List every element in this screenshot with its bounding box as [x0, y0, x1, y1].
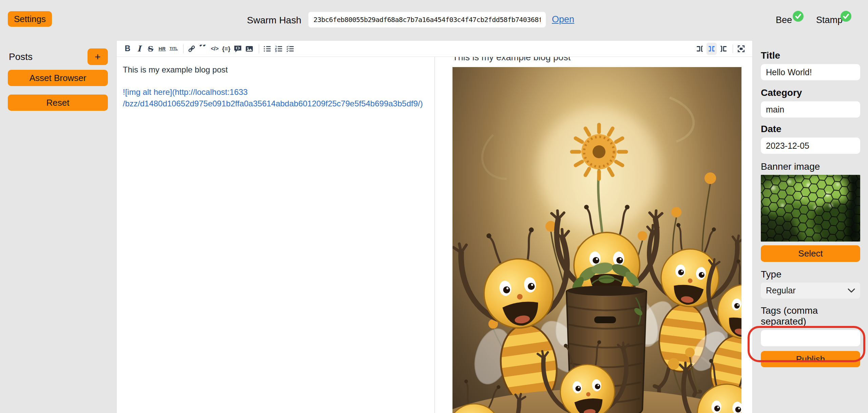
- stamp-status-label: Stamp: [816, 15, 843, 25]
- layout-preview-only-button[interactable]: [695, 43, 705, 55]
- unordered-list-button[interactable]: [262, 43, 272, 55]
- toolbar-divider: [259, 44, 259, 53]
- bold-button[interactable]: B: [122, 43, 133, 55]
- unordered-list-icon: [263, 44, 272, 53]
- horizontal-rule-button[interactable]: HR: [157, 43, 167, 55]
- fullscreen-button[interactable]: [736, 43, 746, 55]
- type-select-value: Regular: [766, 286, 796, 295]
- bee-status-label: Bee: [776, 15, 792, 25]
- italic-icon: I: [137, 45, 141, 53]
- toolbar-divider: [183, 44, 184, 53]
- layout-editor-only-icon: [719, 44, 728, 53]
- code-comment-icon: [233, 44, 242, 53]
- image-button[interactable]: [244, 43, 254, 55]
- toolbar-divider: [733, 44, 733, 53]
- editor-line: This is my example blog post: [123, 64, 428, 76]
- ordered-list-icon: [274, 44, 283, 53]
- quote-button[interactable]: ”: [198, 43, 208, 55]
- preview-image: [452, 67, 741, 413]
- quote-icon: ”: [199, 45, 208, 53]
- swarm-hash-label: Swarm Hash: [247, 15, 301, 26]
- editor-image-markdown-line1: ![img alt here](http://localhost:1633: [123, 86, 428, 98]
- publish-button[interactable]: Publish: [761, 351, 860, 367]
- preview-paragraph: This is my example blog post: [452, 57, 743, 63]
- date-input[interactable]: [761, 138, 860, 154]
- inline-code-icon: </>: [211, 46, 218, 51]
- code-comment-button[interactable]: [233, 43, 243, 55]
- layout-preview-only-icon: [696, 44, 705, 53]
- link-button[interactable]: [187, 43, 197, 55]
- layout-editor-only-button[interactable]: [718, 43, 728, 55]
- reset-button[interactable]: Reset: [8, 95, 108, 111]
- date-label: Date: [761, 124, 860, 135]
- markdown-source-editor[interactable]: This is my example blog post ![img alt h…: [117, 57, 435, 413]
- select-banner-button[interactable]: Select: [761, 245, 860, 262]
- posts-heading: Posts: [9, 51, 33, 62]
- bold-icon: B: [125, 45, 131, 53]
- markdown-editor-panel: B I S HR TITL ” </> {≡}: [116, 40, 753, 413]
- editor-panes: This is my example blog post ![img alt h…: [117, 57, 752, 413]
- title-icon: TITL: [170, 47, 178, 50]
- image-icon: [245, 44, 254, 53]
- tags-label: Tags (comma separated): [761, 305, 860, 327]
- preview-image-wrap: [452, 67, 741, 413]
- settings-button[interactable]: Settings: [8, 11, 52, 27]
- markdown-preview-pane: This is my example blog post: [435, 57, 752, 413]
- type-select[interactable]: Regular: [761, 283, 860, 298]
- toolbar-view-group: [695, 43, 752, 55]
- checklist-button[interactable]: [285, 43, 295, 55]
- title-button[interactable]: TITL: [169, 43, 179, 55]
- title-input[interactable]: [761, 64, 860, 80]
- post-settings-panel: Title Category Date Banner image: [753, 40, 868, 413]
- strikethrough-button[interactable]: S: [146, 43, 156, 55]
- asset-browser-button[interactable]: Asset Browser: [8, 70, 108, 86]
- chevron-down-icon: [848, 288, 855, 293]
- type-label: Type: [761, 269, 860, 280]
- bee-status-check-icon: [792, 11, 804, 22]
- horizontal-rule-icon: HR: [158, 46, 166, 51]
- editor-blank-line: [123, 76, 428, 86]
- ordered-list-button[interactable]: [274, 43, 284, 55]
- stamp-status-check-icon: [840, 11, 852, 22]
- app-screen: Settings Swarm Hash Open Bee Stamp Posts…: [0, 0, 868, 413]
- banner-image-thumbnail: [761, 175, 860, 242]
- strikethrough-icon: S: [148, 45, 154, 53]
- code-block-icon: {≡}: [222, 46, 231, 52]
- inline-code-button[interactable]: </>: [210, 43, 220, 55]
- tags-input[interactable]: [761, 330, 860, 346]
- category-input[interactable]: [761, 101, 860, 118]
- fullscreen-icon: [737, 44, 746, 53]
- editor-toolbar: B I S HR TITL ” </> {≡}: [117, 41, 752, 57]
- code-block-button[interactable]: {≡}: [221, 43, 231, 55]
- add-post-button[interactable]: +: [88, 48, 108, 65]
- banner-image-label: Banner image: [761, 161, 860, 172]
- open-link[interactable]: Open: [552, 14, 574, 25]
- italic-button[interactable]: I: [134, 43, 144, 55]
- editor-image-markdown-line2: /bzz/d1480d10652d975e091b2ffa0a35614abda…: [123, 98, 428, 109]
- category-label: Category: [761, 87, 860, 98]
- link-icon: [187, 44, 196, 53]
- layout-split-view-button[interactable]: [707, 43, 717, 55]
- layout-split-view-icon: [707, 44, 716, 53]
- checklist-icon: [286, 44, 295, 53]
- swarm-hash-input[interactable]: [308, 12, 546, 27]
- title-label: Title: [761, 50, 860, 61]
